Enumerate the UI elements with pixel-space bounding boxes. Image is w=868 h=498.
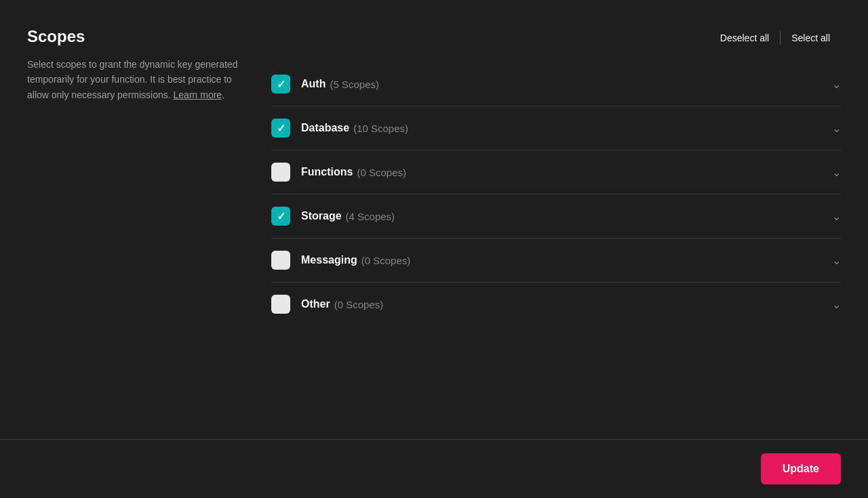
scope-count: (10 Scopes) (353, 123, 408, 134)
scope-count: (0 Scopes) (334, 299, 384, 310)
scope-name: Auth (301, 78, 326, 90)
checkbox-database[interactable]: ✓ (271, 119, 290, 138)
chevron-down-icon: ⌄ (832, 122, 841, 135)
checkmark-icon: ✓ (277, 122, 285, 135)
scope-info: Other(0 Scopes) (301, 298, 832, 310)
checkbox-messaging[interactable] (271, 251, 290, 270)
scope-item-auth[interactable]: ✓Auth(5 Scopes)⌄ (271, 62, 841, 106)
deselect-all-button[interactable]: Deselect all (709, 27, 780, 49)
scope-count: (0 Scopes) (361, 255, 411, 266)
chevron-down-icon: ⌄ (832, 210, 841, 223)
page-container: Scopes Select scopes to grant the dynami… (0, 0, 868, 498)
update-button[interactable]: Update (761, 453, 841, 484)
chevron-down-icon: ⌄ (832, 254, 841, 267)
main-content: Scopes Select scopes to grant the dynami… (0, 0, 868, 439)
scope-item-database[interactable]: ✓Database(10 Scopes)⌄ (271, 106, 841, 150)
left-panel: Scopes Select scopes to grant the dynami… (27, 27, 244, 439)
checkbox-functions[interactable] (271, 163, 290, 182)
scope-info: Functions(0 Scopes) (301, 166, 832, 178)
scope-item-storage[interactable]: ✓Storage(4 Scopes)⌄ (271, 194, 841, 238)
scope-item-other[interactable]: Other(0 Scopes)⌄ (271, 283, 841, 326)
chevron-down-icon: ⌄ (832, 78, 841, 91)
scope-info: Database(10 Scopes) (301, 122, 832, 134)
chevron-down-icon: ⌄ (832, 298, 841, 311)
scope-name: Messaging (301, 254, 357, 266)
scope-count: (0 Scopes) (357, 167, 406, 178)
scope-count: (5 Scopes) (330, 79, 379, 90)
checkbox-auth[interactable]: ✓ (271, 75, 290, 94)
checkbox-storage[interactable]: ✓ (271, 207, 290, 226)
scope-list: ✓Auth(5 Scopes)⌄✓Database(10 Scopes)⌄Fun… (271, 62, 841, 326)
page-title: Scopes (27, 27, 244, 46)
page-description: Select scopes to grant the dynamic key g… (27, 57, 244, 102)
scope-info: Messaging(0 Scopes) (301, 254, 832, 266)
scope-item-functions[interactable]: Functions(0 Scopes)⌄ (271, 150, 841, 194)
scope-name: Storage (301, 210, 342, 222)
learn-more-link[interactable]: Learn more (174, 89, 222, 100)
bottom-bar: Update (0, 439, 868, 498)
scope-name: Database (301, 122, 349, 134)
scope-info: Auth(5 Scopes) (301, 78, 832, 90)
scope-name: Other (301, 298, 330, 310)
right-panel: Deselect all Select all ✓Auth(5 Scopes)⌄… (271, 27, 841, 439)
scope-name: Functions (301, 166, 353, 178)
scope-info: Storage(4 Scopes) (301, 210, 832, 222)
select-all-button[interactable]: Select all (781, 27, 841, 49)
checkbox-other[interactable] (271, 295, 290, 314)
checkmark-icon: ✓ (277, 210, 285, 223)
chevron-down-icon: ⌄ (832, 166, 841, 179)
checkmark-icon: ✓ (277, 78, 285, 91)
scope-item-messaging[interactable]: Messaging(0 Scopes)⌄ (271, 238, 841, 283)
scope-count: (4 Scopes) (346, 211, 395, 222)
top-actions: Deselect all Select all (271, 27, 841, 49)
